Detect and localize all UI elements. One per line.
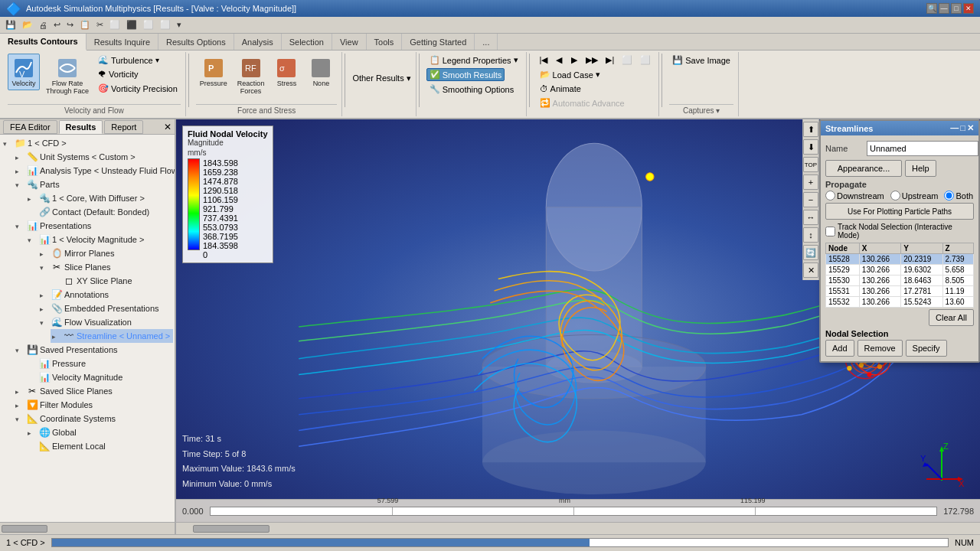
rt-btn-6[interactable]: ↕ xyxy=(803,227,818,243)
tree-item-saved-pressure[interactable]: 📊 Pressure xyxy=(26,357,173,370)
other-results-dropdown[interactable]: Other Results ▾ xyxy=(352,73,410,83)
tab-results-inquire[interactable]: Results Inquire xyxy=(87,34,158,50)
ribbon-btn-animate[interactable]: ⏱ Animate xyxy=(537,83,584,95)
rt-btn-1[interactable]: ⬆ xyxy=(803,122,818,137)
tree-item-analysis-type[interactable]: 📊 Analysis Type < Unsteady Fluid Flow > xyxy=(14,164,173,178)
qat-btn3[interactable]: ⬜ xyxy=(141,19,156,31)
table-row[interactable]: 15528 130.266 20.2319 2.739 xyxy=(826,254,974,265)
tree-item-coordinate-systems[interactable]: 📐 Coordinate Systems xyxy=(14,412,173,425)
clear-all-button[interactable]: Clear All xyxy=(929,309,974,326)
paste-quick-btn[interactable]: 📋 xyxy=(77,19,93,31)
tab-view[interactable]: View xyxy=(332,34,367,50)
table-row[interactable]: 15530 130.266 18.6463 8.505 xyxy=(826,276,974,286)
tab-fea-editor[interactable]: FEA Editor xyxy=(3,120,57,134)
save-quick-btn[interactable]: 💾 xyxy=(3,19,18,31)
tree-item-cfd1[interactable]: 📁 1 < CFD > xyxy=(2,136,173,150)
rt-btn-4[interactable]: − xyxy=(803,192,818,207)
tab-results-options[interactable]: Results Options xyxy=(158,34,234,50)
viewport-scrollbar-h[interactable] xyxy=(176,522,980,534)
ribbon-btn-vorticity-precision[interactable]: 🎯 Vorticity Precision xyxy=(95,82,181,95)
tree-item-saved-slice-planes[interactable]: ✂ Saved Slice Planes xyxy=(14,384,173,398)
redo-quick-btn[interactable]: ↪ xyxy=(64,19,76,31)
add-button[interactable]: Add xyxy=(825,340,854,357)
tree-item-saved-presentations[interactable]: 💾 Saved Presentations xyxy=(14,343,173,357)
downstream-radio-input[interactable] xyxy=(825,191,835,201)
tree-item-flow-visualization[interactable]: 🌊 Flow Visualization xyxy=(38,315,173,329)
rt-btn-top[interactable]: TOP xyxy=(803,157,818,172)
downstream-radio[interactable]: Downstream xyxy=(825,191,884,201)
tree-item-filter-modules[interactable]: 🔽 Filter Modules xyxy=(14,398,173,412)
tab-report[interactable]: Report xyxy=(104,120,143,134)
track-nodal-checkbox[interactable] xyxy=(825,227,835,236)
ribbon-btn-none[interactable]: None xyxy=(305,54,337,90)
tree-item-global[interactable]: 🌐 Global xyxy=(26,425,173,439)
rt-btn-7[interactable]: 🔄 xyxy=(803,245,818,260)
tree-item-xy-slice[interactable]: ◻ XY Slice Plane xyxy=(51,274,173,288)
name-input[interactable] xyxy=(867,141,978,156)
tree-item-slice-planes[interactable]: ✂ Slice Planes xyxy=(38,260,173,274)
minimize-button[interactable]: — xyxy=(939,3,949,14)
upstream-radio[interactable]: Upstream xyxy=(890,191,939,201)
tree-scrollbar-thumb[interactable] xyxy=(2,525,47,533)
ribbon-btn-vorticity[interactable]: 🌪 Vorticity xyxy=(95,68,181,80)
playback-dropdown1[interactable]: ⬜ xyxy=(619,54,635,67)
print-quick-btn[interactable]: 🖨 xyxy=(37,20,50,31)
qat-btn1[interactable]: ⬜ xyxy=(107,19,122,31)
tree-item-velocity-magnitude[interactable]: 📊 1 < Velocity Magnitude > xyxy=(26,233,173,246)
track-nodal-label[interactable]: Track Nodal Selection (Interactive Mode) xyxy=(825,223,974,240)
tree-item-embedded-presentations[interactable]: 📎 Embedded Presentations xyxy=(38,302,173,315)
playback-prev-btn[interactable]: ◀ xyxy=(552,54,566,67)
tree-item-unit-systems[interactable]: 📏 Unit Systems < Custom > xyxy=(14,150,173,164)
playback-dropdown2[interactable]: ⬜ xyxy=(637,54,654,67)
tree-item-contact[interactable]: 🔗 Contact (Default: Bonded) xyxy=(26,205,173,219)
ribbon-btn-stress[interactable]: σ Stress xyxy=(270,54,302,90)
help-button[interactable]: Help xyxy=(905,160,936,177)
table-row[interactable]: 15532 130.266 15.5243 13.60 xyxy=(826,297,974,308)
use-for-particle-button[interactable]: Use For Plotting Particle Paths xyxy=(825,203,974,220)
playback-first-btn[interactable]: |◀ xyxy=(537,54,551,67)
viewport[interactable]: Fluid Nodal Velocity Magnitude mm/s 1843… xyxy=(176,119,980,534)
tree-item-element-local[interactable]: 📐 Element Local xyxy=(26,439,173,453)
both-radio-input[interactable] xyxy=(944,191,954,201)
upstream-radio-input[interactable] xyxy=(890,191,900,201)
tree-item-presentations[interactable]: 📊 Presentations xyxy=(14,219,173,233)
titlebar-controls[interactable]: 🔍 — □ ✕ xyxy=(926,3,974,14)
qat-dropdown[interactable]: ▾ xyxy=(175,19,184,31)
undo-quick-btn[interactable]: ↩ xyxy=(51,19,63,31)
ribbon-btn-legend-properties[interactable]: 📋 Legend Properties ▾ xyxy=(426,54,521,67)
tab-selection[interactable]: Selection xyxy=(282,34,332,50)
maximize-button[interactable]: □ xyxy=(951,3,962,14)
streamlines-min-icon[interactable]: — xyxy=(950,123,959,133)
ribbon-btn-smooth-results[interactable]: ✅ Smooth Results xyxy=(426,68,505,81)
tab-more[interactable]: ... xyxy=(475,34,498,50)
rt-btn-3[interactable]: + xyxy=(803,174,818,190)
qat-btn4[interactable]: ⬜ xyxy=(158,19,173,31)
both-radio[interactable]: Both xyxy=(944,191,973,201)
table-row[interactable]: 15529 130.266 19.6302 5.658 xyxy=(826,265,974,276)
ribbon-btn-velocity[interactable]: V Velocity xyxy=(8,54,40,90)
specify-button[interactable]: Specify xyxy=(906,340,947,357)
tree-item-streamline-unnamed[interactable]: 〰 Streamline < Unnamed > xyxy=(51,329,173,343)
table-row[interactable]: 15531 130.266 17.2781 11.19 xyxy=(826,286,974,297)
tab-results[interactable]: Results xyxy=(59,120,103,134)
close-button[interactable]: ✕ xyxy=(963,3,974,14)
appearance-button[interactable]: Appearance... xyxy=(825,160,902,177)
qat-btn2[interactable]: ⬛ xyxy=(124,19,139,31)
ribbon-btn-pressure[interactable]: P Pressure xyxy=(196,54,231,90)
h-scrollbar-thumb[interactable] xyxy=(193,525,270,533)
tree-item-parts[interactable]: 🔩 Parts xyxy=(14,178,173,191)
cut-quick-btn[interactable]: ✂ xyxy=(94,19,106,31)
open-quick-btn[interactable]: 📂 xyxy=(20,19,35,31)
ribbon-btn-smoothing-options[interactable]: 🔧 Smoothing Options xyxy=(426,83,518,96)
playback-play-btn[interactable]: ▶ xyxy=(567,54,581,67)
rt-btn-5[interactable]: ↔ xyxy=(803,210,818,225)
ribbon-btn-flow-rate[interactable]: Flow RateThrough Face xyxy=(42,54,93,98)
tree-item-annotations[interactable]: 📝 Annotations xyxy=(38,288,173,302)
rt-btn-8[interactable]: ✕ xyxy=(803,262,818,278)
tree-scrollbar-h[interactable] xyxy=(0,522,175,534)
remove-button[interactable]: Remove xyxy=(858,340,903,357)
tab-results-contours[interactable]: Results Contours xyxy=(0,34,87,51)
tab-tools[interactable]: Tools xyxy=(367,34,403,50)
ribbon-btn-save-image[interactable]: 💾 Apply Save Image xyxy=(669,54,733,67)
ribbon-btn-load-case[interactable]: 📂 Load Case ▾ xyxy=(537,68,603,81)
